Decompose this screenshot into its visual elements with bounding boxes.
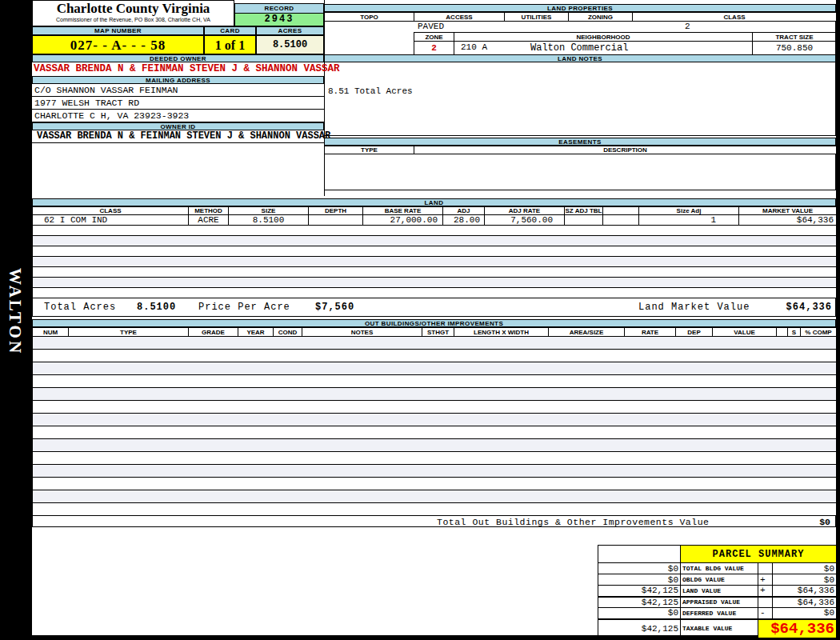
- land-table: CLASS METHOD SIZE DEPTH BASE RATE ADJ AD…: [32, 206, 836, 298]
- ps-label: LAND VALUE: [681, 586, 758, 597]
- land-col-adj: ADJ: [443, 207, 485, 215]
- ob-col-value: VALUE: [713, 328, 777, 337]
- land-cell-market-value: $64,336: [739, 215, 837, 226]
- ps-taxable-prior: $42,125: [598, 619, 681, 638]
- ps-op: [758, 597, 773, 608]
- land-cell-adj-rate: 7,560.00: [485, 215, 565, 226]
- ob-col-year: YEAR: [238, 328, 274, 337]
- deeded-owner-value: VASSAR BRENDA N & FEINMAN STEVEN J & SHA…: [34, 63, 340, 75]
- out-buildings-total-row: Total Out Buildings & Other Improvements…: [32, 515, 836, 527]
- ps-prior: $0: [598, 574, 681, 586]
- ps-row-deferred: $0 DEFERRED VALUE - $0: [598, 608, 837, 619]
- neighborhood-code: 210 A: [461, 42, 487, 52]
- ps-row-appraised: $42,125 APPRAISED VALUE $64,336: [598, 597, 837, 608]
- land-col-adj-rate: ADJ RATE: [485, 207, 565, 215]
- land-totals-row: Total Acres 8.5100 Price Per Acre $7,560…: [32, 298, 836, 317]
- ob-empty-row: [33, 350, 837, 362]
- easements-title: EASEMENTS: [324, 138, 836, 146]
- land-table-title: LAND: [32, 198, 836, 206]
- ob-col-cond: COND: [274, 328, 302, 337]
- land-cell-sz-adj-tbl: [565, 215, 603, 226]
- ob-empty-row: [33, 478, 837, 490]
- ps-value: $64,336: [773, 586, 837, 597]
- land-empty-row: [33, 267, 837, 278]
- land-cell-base-rate: 27,000.00: [363, 215, 443, 226]
- land-cell-depth: [309, 215, 363, 226]
- ob-empty-row: [33, 388, 837, 401]
- ps-prior: $0: [598, 563, 681, 574]
- ps-label: DEFERRED VALUE: [681, 608, 758, 619]
- ps-taxable-label: TAXABLE VALUE: [681, 619, 758, 638]
- ob-col-dep: DEP: [676, 328, 713, 337]
- land-col-market-value: MARKET VALUE: [739, 207, 837, 215]
- zone-value: 2: [414, 42, 454, 55]
- total-acres-value: 8.5100: [137, 302, 176, 313]
- ps-op: -: [758, 608, 773, 619]
- ob-empty-row: [33, 375, 837, 388]
- ob-col-num: NUM: [33, 328, 69, 337]
- mailing-line-1: C/O SHANNON VASSAR FEINMAN: [32, 84, 324, 97]
- neighborhood-label: NEIGHBORHOOD: [454, 33, 753, 42]
- tract-size-label: TRACT SIZE: [753, 33, 837, 42]
- access-value: PAVED: [418, 22, 444, 31]
- mailing-line-2: 1977 WELSH TRACT RD: [32, 97, 324, 110]
- ps-blank-cell: [598, 546, 681, 563]
- ob-col-notes: NOTES: [302, 328, 422, 337]
- ps-value: $0: [773, 563, 837, 574]
- ob-col-area-size: AREA/SIZE: [549, 328, 625, 337]
- land-col-size-adj: Size Adj: [639, 207, 739, 215]
- ps-prior: $42,125: [598, 597, 681, 608]
- land-col-depth: DEPTH: [309, 207, 363, 215]
- record-label: RECORD: [234, 3, 324, 14]
- land-empty-row: [33, 226, 837, 236]
- price-per-acre-label: Price Per Acre: [198, 302, 290, 313]
- parcel-summary: PARCEL SUMMARY $0 TOTAL BLDG VALUE $0 $0…: [598, 545, 836, 638]
- land-col-class: CLASS: [33, 207, 189, 215]
- land-empty-row: [33, 278, 837, 288]
- access-header: ACCESS: [414, 13, 505, 22]
- land-cell-blank: [603, 215, 639, 226]
- out-buildings-total-label: Total Out Buildings & Other Improvements…: [437, 517, 709, 527]
- land-empty-row: [33, 246, 837, 257]
- land-col-base-rate: BASE RATE: [363, 207, 443, 215]
- ps-taxable-value: $64,336: [758, 619, 837, 638]
- zoning-header: ZONING: [569, 13, 633, 22]
- ob-col-blank: [777, 328, 788, 337]
- ob-empty-row: [33, 414, 837, 426]
- ob-col-rate: RATE: [625, 328, 676, 337]
- ps-prior: $42,125: [598, 586, 681, 597]
- card-value: 1 of 1: [204, 35, 256, 54]
- county-title: Charlotte County Virginia: [33, 1, 234, 17]
- ob-col-sthgt: STHGT: [422, 328, 454, 337]
- ps-prior: $0: [598, 608, 681, 619]
- ps-label: TOTAL BLDG VALUE: [681, 563, 758, 574]
- zone-label: ZONE: [414, 33, 454, 42]
- tract-size-value: 750.850: [753, 42, 837, 55]
- record-value: 2943: [234, 14, 324, 26]
- out-buildings-title: OUT BUILDINGS/OTHER IMPROVEMENTS: [32, 319, 836, 327]
- ps-op: +: [758, 574, 773, 586]
- ps-row-obldg: $0 OBLDG VALUE + $0: [598, 574, 837, 586]
- topo-header: TOPO: [325, 13, 414, 22]
- land-cell-method: ACRE: [189, 215, 229, 226]
- ps-op: +: [758, 586, 773, 597]
- land-notes-box: 8.51 Total Acres: [324, 62, 836, 136]
- land-notes-title: LAND NOTES: [324, 54, 836, 62]
- out-buildings-table: NUM TYPE GRADE YEAR COND NOTES STHGT LEN…: [32, 327, 836, 516]
- land-note-text: 8.51 Total Acres: [328, 86, 413, 96]
- land-market-value-label: Land Market Value: [638, 302, 750, 313]
- ob-empty-row: [33, 465, 837, 478]
- land-cell-adj: 28.00: [443, 215, 485, 226]
- owner-id-label: OWNER ID: [32, 122, 324, 130]
- land-col-method: METHOD: [189, 207, 229, 215]
- parcel-summary-title: PARCEL SUMMARY: [681, 546, 837, 563]
- land-col-sz-adj-tbl: SZ ADJ TBL: [565, 207, 603, 215]
- ps-row-land: $42,125 LAND VALUE + $64,336: [598, 586, 837, 597]
- ob-empty-row: [33, 452, 837, 465]
- total-acres-label: Total Acres: [44, 302, 116, 313]
- sidebar-vertical-label: WALTON: [5, 268, 25, 396]
- map-number-label: MAP NUMBER: [32, 26, 204, 35]
- card-label: CARD: [204, 26, 256, 35]
- land-cell-size: 8.5100: [229, 215, 309, 226]
- county-header-box: Charlotte County Virginia Commissioner o…: [32, 0, 234, 26]
